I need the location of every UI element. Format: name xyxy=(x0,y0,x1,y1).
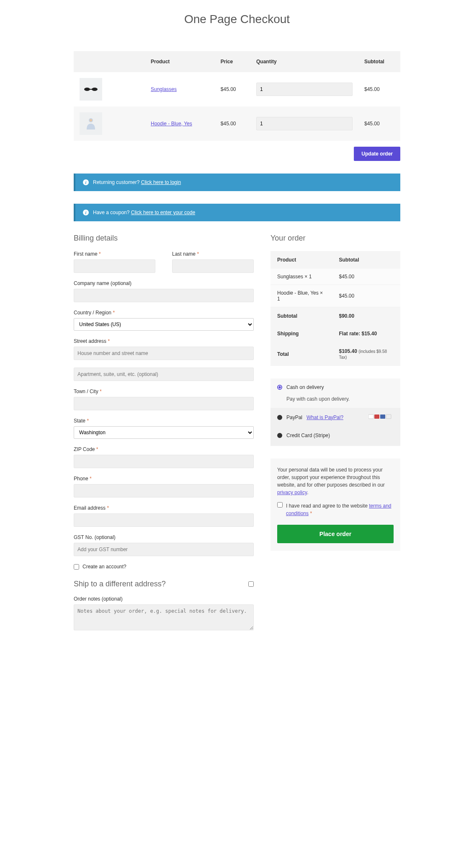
product-price: $45.00 xyxy=(215,106,250,141)
table-row: Hoodie - Blue, Yes $45.00 $45.00 xyxy=(74,106,400,141)
cod-description: Pay with cash upon delivery. xyxy=(270,396,400,408)
payment-brand-icons xyxy=(368,414,394,421)
product-thumb-hoodie xyxy=(80,112,102,135)
last-name-label: Last name * xyxy=(172,251,254,257)
payment-option-paypal[interactable]: PayPal What is PayPal? xyxy=(270,408,400,427)
product-subtotal: $45.00 xyxy=(358,106,400,141)
order-heading: Your order xyxy=(270,234,400,243)
login-link[interactable]: Click here to login xyxy=(141,179,181,185)
order-shipping-label: Shipping xyxy=(270,325,332,342)
street2-field[interactable] xyxy=(74,368,254,381)
privacy-policy-link[interactable]: privacy policy xyxy=(277,490,307,495)
phone-label: Phone * xyxy=(74,476,254,482)
coupon-notice-text: Have a coupon? xyxy=(93,210,131,215)
table-row: Sunglasses $45.00 $45.00 xyxy=(74,72,400,106)
state-select[interactable]: Washington xyxy=(74,426,254,439)
info-icon: i xyxy=(83,210,89,215)
create-account-label: Create an account? xyxy=(82,564,126,570)
coupon-notice: i Have a coupon? Click here to enter you… xyxy=(74,204,400,221)
first-name-label: First name * xyxy=(74,251,155,257)
state-label: State * xyxy=(74,418,254,424)
payment-option-cod[interactable]: Cash on delivery xyxy=(270,378,400,396)
svg-rect-6 xyxy=(374,415,379,419)
ship-heading: Ship to a different address? xyxy=(74,580,166,588)
order-shipping: Flat rate: $15.40 xyxy=(332,325,400,342)
terms-box: Your personal data will be used to proce… xyxy=(270,459,400,551)
svg-rect-5 xyxy=(368,415,374,419)
order-total: $105.40 (includes $9.58 Tax) xyxy=(332,342,400,366)
country-label: Country / Region * xyxy=(74,310,254,316)
product-thumb-sunglasses xyxy=(80,78,102,101)
product-subtotal: $45.00 xyxy=(358,72,400,106)
street-label: Street address * xyxy=(74,338,254,344)
order-line: Hoodie - Blue, Yes × 1 $45.00 xyxy=(270,285,400,307)
login-notice-text: Returning customer? xyxy=(93,179,141,185)
company-label: Company name (optional) xyxy=(74,280,254,286)
svg-point-1 xyxy=(92,88,98,91)
svg-rect-7 xyxy=(380,415,385,419)
order-subtotal-label: Subtotal xyxy=(270,307,332,325)
radio-icon xyxy=(277,433,282,438)
col-price: Price xyxy=(215,51,250,72)
billing-heading: Billing details xyxy=(74,234,254,243)
gst-label: GST No. (optional) xyxy=(74,534,254,540)
zip-label: ZIP Code * xyxy=(74,446,254,452)
info-icon: i xyxy=(83,179,89,185)
order-notes-label: Order notes (optional) xyxy=(74,596,254,602)
svg-point-0 xyxy=(84,88,90,91)
col-quantity: Quantity xyxy=(250,51,358,72)
quantity-input[interactable] xyxy=(256,117,353,130)
company-field[interactable] xyxy=(74,289,254,302)
first-name-field[interactable] xyxy=(74,259,155,273)
login-notice: i Returning customer? Click here to logi… xyxy=(74,174,400,191)
cart-table: Product Price Quantity Subtotal Sunglass… xyxy=(74,51,400,141)
radio-icon xyxy=(277,415,282,420)
street-field[interactable] xyxy=(74,347,254,360)
coupon-link[interactable]: Click here to enter your code xyxy=(131,210,195,215)
svg-rect-2 xyxy=(90,89,92,90)
svg-point-4 xyxy=(90,119,92,122)
order-col-product: Product xyxy=(270,251,332,269)
page-title: One Page Checkout xyxy=(74,13,400,26)
gst-field[interactable] xyxy=(74,543,254,556)
phone-field[interactable] xyxy=(74,484,254,497)
terms-checkbox[interactable] xyxy=(277,502,283,508)
payment-methods: Cash on delivery Pay with cash upon deli… xyxy=(270,378,400,446)
order-line: Sunglasses × 1 $45.00 xyxy=(270,269,400,285)
city-field[interactable] xyxy=(74,397,254,410)
quantity-input[interactable] xyxy=(256,83,353,96)
radio-icon xyxy=(277,385,282,390)
city-label: Town / City * xyxy=(74,389,254,394)
place-order-button[interactable]: Place order xyxy=(277,525,394,543)
order-subtotal: $90.00 xyxy=(332,307,400,325)
country-select[interactable]: United States (US) xyxy=(74,318,254,331)
create-account-checkbox[interactable] xyxy=(74,564,79,570)
email-field[interactable] xyxy=(74,513,254,527)
product-price: $45.00 xyxy=(215,72,250,106)
product-link[interactable]: Hoodie - Blue, Yes xyxy=(151,121,192,127)
what-is-paypal-link[interactable]: What is PayPal? xyxy=(307,415,343,420)
order-total-label: Total xyxy=(270,342,332,366)
last-name-field[interactable] xyxy=(172,259,254,273)
svg-rect-8 xyxy=(386,415,391,419)
order-col-subtotal: Subtotal xyxy=(332,251,400,269)
product-link[interactable]: Sunglasses xyxy=(151,86,177,92)
update-order-button[interactable]: Update order xyxy=(354,147,400,161)
zip-field[interactable] xyxy=(74,455,254,468)
col-subtotal: Subtotal xyxy=(358,51,400,72)
payment-option-stripe[interactable]: Credit Card (Stripe) xyxy=(270,427,400,444)
email-label: Email address * xyxy=(74,505,254,511)
ship-different-checkbox[interactable] xyxy=(248,581,254,587)
order-notes-field[interactable] xyxy=(74,604,254,630)
col-product: Product xyxy=(145,51,215,72)
order-summary-table: Product Subtotal Sunglasses × 1 $45.00 H… xyxy=(270,251,400,366)
